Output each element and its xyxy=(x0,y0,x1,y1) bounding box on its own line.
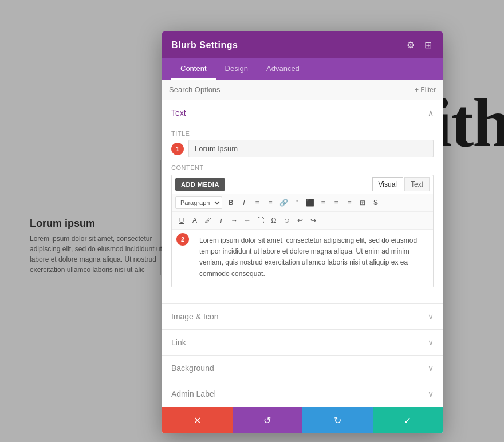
editor-toolbar-row1: Paragraph B I ≡ ≡ 🔗 " ⬛ ≡ ≡ ≡ xyxy=(172,194,433,212)
tab-design[interactable]: Design xyxy=(216,58,257,80)
add-media-button[interactable]: ADD MEDIA xyxy=(175,178,225,191)
background-section: Background ∨ xyxy=(162,356,443,381)
redo-button[interactable]: ↻ xyxy=(302,407,373,433)
search-bar: + Filter xyxy=(162,80,443,100)
ul-button[interactable]: ≡ xyxy=(251,196,263,209)
italic2-button[interactable]: i xyxy=(215,214,227,227)
outdent-button[interactable]: ← xyxy=(241,214,254,227)
panel-title: Blurb Settings xyxy=(171,40,238,50)
title-field-label: Title xyxy=(171,130,434,137)
settings-panel: Blurb Settings ⚙ ⊞ Content Design Advanc… xyxy=(162,31,443,433)
title-field-group: Title 1 xyxy=(171,130,434,157)
custom-btn1[interactable]: 🖊 xyxy=(202,214,214,227)
text-section-header[interactable]: Text ∧ xyxy=(162,100,443,125)
settings-icon[interactable]: ⚙ xyxy=(405,40,416,50)
filter-button[interactable]: + Filter xyxy=(415,86,436,94)
panel-tabs: Content Design Advanced xyxy=(162,58,443,80)
link-title: Link xyxy=(171,338,186,347)
admin-label-header[interactable]: Admin Label ∨ xyxy=(162,381,443,407)
content-badge: 2 xyxy=(176,233,189,246)
bold-button[interactable]: B xyxy=(225,196,237,209)
tab-advanced[interactable]: Advanced xyxy=(257,58,309,80)
text-section-chevron: ∧ xyxy=(428,108,434,117)
background-header[interactable]: Background ∨ xyxy=(162,356,443,381)
content-field-label: Content xyxy=(171,164,434,171)
ol-button[interactable]: ≡ xyxy=(264,196,277,209)
redo-editor-button[interactable]: ↪ xyxy=(307,214,320,227)
image-icon-header[interactable]: Image & Icon ∨ xyxy=(162,304,443,329)
admin-label-title: Admin Label xyxy=(171,389,216,398)
editor-body-row: 2 Lorem ipsum dolor sit amet, consectetu… xyxy=(172,230,433,287)
content-field-group: Content ADD MEDIA Visual Text xyxy=(171,164,434,287)
panel-header: Blurb Settings ⚙ ⊞ xyxy=(162,31,443,58)
admin-label-section: Admin Label ∨ xyxy=(162,381,443,407)
underline-button[interactable]: U xyxy=(175,214,188,227)
editor-container: ADD MEDIA Visual Text Paragraph B xyxy=(171,175,434,287)
editor-top-bar: ADD MEDIA Visual Text xyxy=(172,175,433,194)
emoji-button[interactable]: ☺ xyxy=(281,214,293,227)
text-section-body: Title 1 Content ADD MEDIA Visual xyxy=(162,125,443,303)
text-view-button[interactable]: Text xyxy=(404,177,430,191)
title-badge: 1 xyxy=(171,143,184,155)
visual-view-button[interactable]: Visual xyxy=(372,177,403,191)
text-section-title: Text xyxy=(171,108,186,117)
background-chevron: ∨ xyxy=(428,364,434,373)
background-title: Background xyxy=(171,364,214,373)
strikethrough-button[interactable]: S̶ xyxy=(369,196,382,209)
align-left-button[interactable]: ⬛ xyxy=(304,196,316,209)
tab-content[interactable]: Content xyxy=(171,58,216,80)
cancel-button[interactable]: ✕ xyxy=(162,407,233,433)
text-section: Text ∧ Title 1 Content xyxy=(162,100,443,304)
fullscreen-button[interactable]: ⛶ xyxy=(254,214,267,227)
layout-icon[interactable]: ⊞ xyxy=(422,40,434,50)
link-section: Link ∨ xyxy=(162,330,443,356)
special-char-button[interactable]: Ω xyxy=(267,214,280,227)
header-icons: ⚙ ⊞ xyxy=(405,40,434,50)
color-button[interactable]: A xyxy=(188,214,201,227)
save-button[interactable]: ✓ xyxy=(373,407,443,433)
italic-button[interactable]: I xyxy=(238,196,250,209)
admin-label-chevron: ∨ xyxy=(428,389,434,398)
undo-button[interactable]: ↺ xyxy=(233,407,303,433)
editor-toolbar-row2: U A 🖊 i → ← ⛶ Ω ☺ ↩ ↪ xyxy=(172,212,433,230)
link-header[interactable]: Link ∨ xyxy=(162,330,443,355)
image-icon-title: Image & Icon xyxy=(171,312,219,321)
table-button[interactable]: ⊞ xyxy=(356,196,369,209)
paragraph-select[interactable]: Paragraph xyxy=(175,196,222,209)
align-right-button[interactable]: ≡ xyxy=(330,196,342,209)
panel-content: Text ∧ Title 1 Content xyxy=(162,100,443,407)
image-icon-chevron: ∨ xyxy=(428,312,434,321)
align-center-button[interactable]: ≡ xyxy=(317,196,329,209)
image-icon-section: Image & Icon ∨ xyxy=(162,304,443,330)
panel-footer: ✕ ↺ ↻ ✓ xyxy=(162,407,443,433)
align-justify-button[interactable]: ≡ xyxy=(343,196,356,209)
blockquote-button[interactable]: " xyxy=(290,196,303,209)
indent-button[interactable]: → xyxy=(228,214,241,227)
view-toggle: Visual Text xyxy=(372,177,430,191)
title-field-row: 1 xyxy=(171,140,434,157)
link-chevron: ∨ xyxy=(428,338,434,347)
content-textarea[interactable]: Lorem ipsum dolor sit amet, consectetur … xyxy=(194,230,433,287)
undo-editor-button[interactable]: ↩ xyxy=(294,214,306,227)
link-button[interactable]: 🔗 xyxy=(277,196,290,209)
title-input[interactable] xyxy=(188,140,434,157)
search-input[interactable] xyxy=(169,85,415,94)
